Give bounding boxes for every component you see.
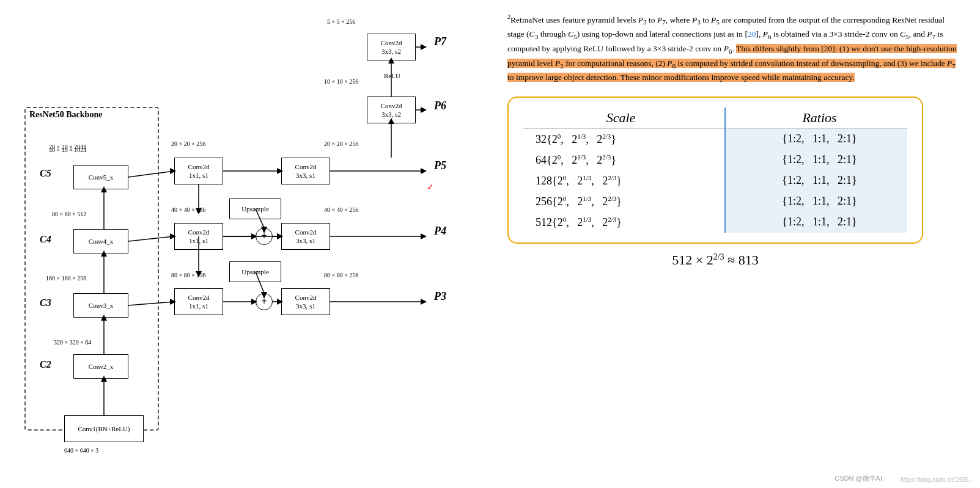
conv2d-c3-1x1: Conv2d 1x1, s1 — [174, 288, 223, 315]
ratios-128: {1:2, 1:1, 2:1} — [725, 170, 907, 191]
dim-fpn-40x40x256: 40 × 40 × 256 — [171, 206, 205, 213]
upsample-p4: Upsample — [229, 198, 281, 219]
c3-label: C3 — [40, 297, 51, 308]
dim-out-5x5x256: 5 × 5 × 256 — [327, 18, 355, 25]
dim-out-80x80x256: 80 × 80 × 256 — [324, 272, 358, 279]
dim-out-10x10x256: 10 × 10 × 256 — [324, 78, 358, 85]
p7-label: P7 — [434, 35, 446, 48]
p6-label: P6 — [434, 100, 446, 112]
backbone-box — [24, 107, 159, 431]
plus-circle-p3: + — [256, 293, 273, 310]
scale-table-wrapper: Scale Ratios 32{20, 21/3, 22/3} {1:2, 1:… — [507, 97, 923, 244]
scale-256: 256{20, 21/3, 22/3} — [523, 191, 725, 212]
relu-label: ReLU — [384, 72, 400, 79]
scale-512: 512{20, 21/3, 22/3} — [523, 212, 725, 233]
highlight-text: This differs slightly from [20]: (1) we … — [507, 44, 957, 82]
scale-128: 128{20, 21/3, 22/3} — [523, 170, 725, 191]
conv2d-c5-1x1: Conv2d 1x1, s1 — [174, 158, 223, 184]
plus-circle-p4: + — [256, 228, 273, 245]
svg-marker-37 — [421, 233, 427, 239]
backbone-label: ResNet50 Backbone — [29, 110, 102, 120]
conv2d-p6-3x3s2: Conv2d 3x3, s2 — [367, 97, 416, 123]
conv1-block: Conv1(BN+ReLU) — [64, 415, 144, 442]
svg-marker-35 — [421, 168, 427, 174]
right-panel: 2RetinaNet uses feature pyramid levels P… — [489, 0, 980, 488]
footnote-text: 2RetinaNet uses feature pyramid levels P… — [507, 12, 962, 84]
svg-marker-47 — [421, 44, 427, 50]
dim-640x640x3: 640 × 640 × 3 — [64, 447, 98, 454]
ratios-64: {1:2, 1:1, 2:1} — [725, 150, 907, 170]
scale-table: Scale Ratios 32{20, 21/3, 22/3} {1:2, 1:… — [523, 107, 907, 233]
c2-label: C2 — [40, 359, 51, 370]
diagram-container: ResNet50 Backbone C5 C4 C3 C2 Conv1(BN+R… — [18, 12, 477, 464]
ratios-512: {1:2, 1:1, 2:1} — [725, 212, 907, 233]
dim-80x80x512: 80 × 80 × 512 — [52, 211, 86, 217]
conv2-label: Conv2_x — [89, 362, 113, 371]
p5-label: P5 — [434, 159, 446, 172]
red-pen-mark: ✓ — [427, 182, 434, 192]
svg-marker-43 — [421, 107, 427, 113]
dim-out-40x40x256: 40 × 40 × 256 — [324, 206, 358, 213]
conv2d-p4-3x3: Conv2d 3x3, s1 — [281, 223, 330, 250]
table-row: 128{20, 21/3, 22/3} {1:2, 1:1, 2:1} — [523, 170, 907, 191]
conv5-label: Conv5_x — [89, 173, 113, 181]
c4-label: C4 — [40, 234, 51, 245]
dim-160x160x256: 160 × 160 × 256 — [46, 275, 86, 282]
table-row: 256{20, 21/3, 22/3} {1:2, 1:1, 2:1} — [523, 191, 907, 212]
conv2d-p3-3x3: Conv2d 3x3, s1 — [281, 288, 330, 315]
table-row: 32{20, 21/3, 22/3} {1:2, 1:1, 2:1} — [523, 128, 907, 150]
svg-marker-39 — [421, 299, 427, 305]
dim-320x320x64: 320 × 320 × 64 — [54, 339, 91, 346]
conv1-label: Conv1(BN+ReLU) — [78, 424, 130, 433]
left-panel: ResNet50 Backbone C5 C4 C3 C2 Conv1(BN+R… — [0, 0, 489, 488]
conv2d-c4-1x1: Conv2d 1x1, s1 — [174, 223, 223, 250]
formula-row: 512 × 22/3 ≈ 813 — [507, 252, 923, 268]
c5-label: C5 — [40, 168, 51, 179]
ratios-256: {1:2, 1:1, 2:1} — [725, 191, 907, 212]
dim-fpn-20x20x256: 20 × 20 × 256 — [171, 140, 205, 147]
conv3-label: Conv3_x — [89, 301, 113, 310]
ratios-32: {1:2, 1:1, 2:1} — [725, 128, 907, 150]
dim-20x20x2048: 20 × 20 × 2048 — [49, 144, 86, 150]
cite-20: 20 — [748, 29, 756, 38]
dim-out-20x20x256: 20 × 20 × 256 — [324, 140, 358, 147]
upsample-p3: Upsample — [229, 261, 281, 282]
p3-label: P3 — [434, 290, 446, 303]
scale-64: 64{20, 21/3, 22/3} — [523, 150, 725, 170]
header-ratios: Ratios — [725, 107, 907, 129]
watermark: https://blog.csdn.cn/1935... — [901, 476, 974, 483]
scale-32: 32{20, 21/3, 22/3} — [523, 128, 725, 150]
conv5-block: Conv5_x — [73, 165, 128, 189]
conv2d-p5-3x3: Conv2d 3x3, s1 — [281, 158, 330, 184]
conv2d-p7-3x3s2: Conv2d 3x3, s2 — [367, 34, 416, 60]
p4-label: P4 — [434, 225, 446, 238]
dim-fpn-80x80x256: 80 × 80 × 256 — [171, 272, 205, 279]
conv2-block: Conv2_x — [73, 354, 128, 379]
table-header-row: Scale Ratios — [523, 107, 907, 129]
table-row: 64{20, 21/3, 22/3} {1:2, 1:1, 2:1} — [523, 150, 907, 170]
header-scale: Scale — [523, 107, 725, 129]
footnote-superscript: 2 — [507, 13, 510, 20]
conv4-block: Conv4_x — [73, 229, 128, 253]
conv4-label: Conv4_x — [89, 237, 113, 246]
table-row: 512{20, 21/3, 22/3} {1:2, 1:1, 2:1} — [523, 212, 907, 233]
csdn-label: CSDN @微学AI — [834, 474, 882, 483]
conv3-block: Conv3_x — [73, 293, 128, 318]
